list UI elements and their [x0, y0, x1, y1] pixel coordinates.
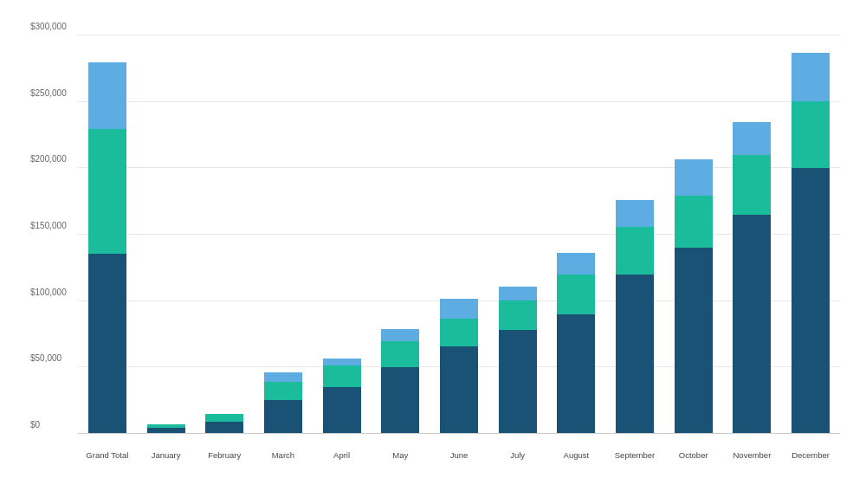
bar-label: September — [615, 450, 655, 460]
bar-segment — [381, 341, 419, 367]
bar-label: February — [208, 450, 241, 460]
bar-group: January — [137, 36, 196, 434]
bar-segment — [675, 196, 713, 248]
gridline-label: $200,000 — [30, 154, 67, 164]
bar-stack — [205, 414, 243, 434]
gridline-label: $300,000 — [30, 22, 67, 31]
bar-group: March — [254, 36, 313, 434]
bar-segment — [499, 287, 537, 300]
gridline-label: $0 — [30, 420, 40, 430]
bar-segment — [88, 129, 126, 254]
x-axis-line — [78, 433, 840, 434]
bar-group: October — [664, 36, 723, 434]
bar-segment — [440, 319, 478, 346]
bar-stack — [264, 372, 302, 434]
bar-stack — [557, 253, 595, 434]
bar-segment — [264, 400, 302, 434]
bar-label: July — [510, 450, 525, 460]
bar-segment — [792, 168, 830, 434]
bar-label: October — [679, 450, 708, 460]
bar-segment — [675, 248, 713, 434]
bar-group: August — [547, 36, 606, 434]
bar-segment — [557, 314, 595, 434]
bar-stack — [499, 287, 537, 434]
bar-stack — [381, 329, 419, 434]
bar-stack — [792, 53, 830, 434]
bar-label: March — [272, 450, 294, 460]
bar-stack — [88, 62, 126, 434]
bar-segment — [440, 346, 478, 434]
chart-area: $300,000$250,000$200,000$150,000$100,000… — [78, 36, 840, 434]
bar-label: Grand Total — [86, 450, 128, 460]
bar-label: January — [152, 450, 181, 460]
bar-stack — [323, 359, 361, 434]
bar-label: December — [792, 450, 830, 460]
bar-group: November — [723, 36, 782, 434]
bar-segment — [499, 300, 537, 330]
gridline-label: $100,000 — [30, 287, 67, 296]
bar-stack — [733, 122, 771, 434]
bar-label: August — [564, 450, 590, 460]
bars-wrapper: Grand TotalJanuaryFebruaryMarchAprilMayJ… — [78, 36, 840, 434]
bar-group: December — [781, 36, 840, 434]
bar-group: May — [371, 36, 430, 434]
bar-segment — [557, 275, 595, 314]
bar-segment — [205, 414, 243, 422]
bar-group: April — [313, 36, 372, 434]
bar-segment — [323, 359, 361, 365]
bar-segment — [88, 254, 126, 434]
bar-segment — [381, 367, 419, 434]
gridline-label: $50,000 — [30, 353, 61, 363]
bar-segment — [792, 53, 830, 102]
bar-segment — [323, 387, 361, 434]
bar-segment — [733, 215, 771, 434]
bar-segment — [733, 122, 771, 155]
bar-stack — [675, 159, 713, 434]
bar-segment — [264, 382, 302, 400]
bar-segment — [616, 275, 654, 434]
bar-group: September — [605, 36, 664, 434]
gridline-label: $150,000 — [30, 221, 67, 230]
bar-group: Grand Total — [78, 36, 137, 434]
bar-segment — [381, 329, 419, 342]
bar-segment — [205, 422, 243, 434]
bar-label: November — [733, 450, 771, 460]
bar-segment — [88, 62, 126, 129]
bar-segment — [792, 101, 830, 168]
bar-group: June — [430, 36, 488, 434]
bar-stack — [616, 200, 654, 434]
bar-segment — [733, 155, 771, 215]
gridline-label: $250,000 — [30, 87, 67, 97]
bar-segment — [616, 227, 654, 275]
bar-segment — [616, 200, 654, 227]
bar-segment — [557, 253, 595, 275]
bar-segment — [323, 365, 361, 387]
bar-segment — [675, 159, 713, 197]
bar-label: April — [333, 450, 350, 460]
bar-group: July — [488, 36, 547, 434]
bar-segment — [499, 330, 537, 434]
bar-stack — [440, 299, 478, 434]
bar-label: May — [392, 450, 408, 460]
bar-segment — [440, 299, 478, 319]
bar-segment — [264, 372, 302, 382]
bar-label: June — [450, 450, 469, 460]
chart-container: $300,000$250,000$200,000$150,000$100,000… — [9, 10, 857, 494]
bar-group: February — [195, 36, 254, 434]
